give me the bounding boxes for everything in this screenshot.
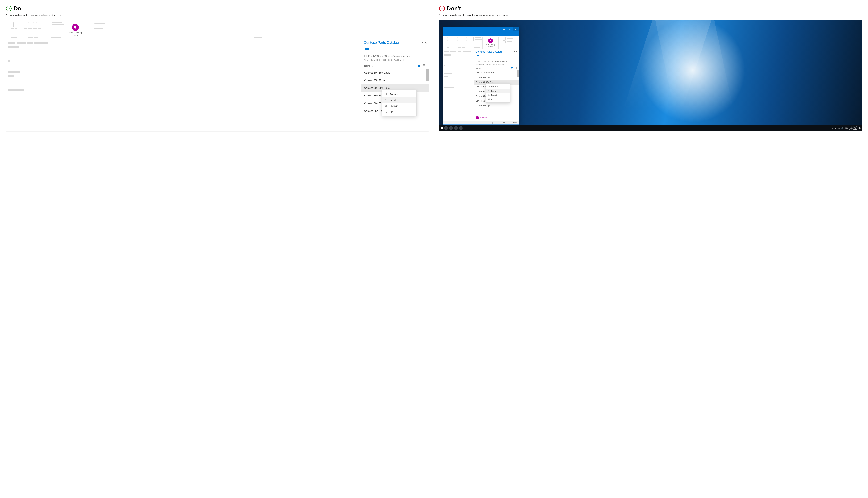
lightbulb-icon bbox=[488, 38, 493, 43]
taskbar-clock[interactable]: 6:30 AM 7/30/2015 bbox=[849, 126, 857, 130]
pane-dropdown-icon[interactable]: ▼ bbox=[514, 51, 515, 52]
app-window: — ▢ ✕ bbox=[442, 27, 519, 124]
sort-column-label[interactable]: Name bbox=[476, 67, 480, 69]
taskbar-app-icon[interactable] bbox=[449, 126, 453, 130]
view-mode-button[interactable] bbox=[484, 122, 487, 124]
tray-notifications-icon[interactable]: 💬 bbox=[859, 127, 861, 129]
grid-view-icon[interactable] bbox=[515, 67, 517, 69]
zoom-out-button[interactable]: − bbox=[496, 122, 497, 123]
tray-volume-icon[interactable]: 🔊 bbox=[841, 127, 843, 129]
context-insert[interactable]: Insert bbox=[382, 97, 416, 103]
context-menu: Preview Insert Format bbox=[486, 83, 510, 103]
svg-point-6 bbox=[386, 94, 387, 94]
more-icon[interactable]: ••• bbox=[513, 81, 516, 83]
results-list: Contoso 60 - 65w Equal Contoso 85w Equal… bbox=[361, 69, 429, 131]
window-titlebar: — ▢ ✕ bbox=[443, 27, 519, 31]
svg-rect-25 bbox=[442, 127, 443, 128]
window-minimize-button[interactable]: — bbox=[501, 27, 507, 31]
context-preview[interactable]: Preview bbox=[382, 91, 416, 97]
window-close-button[interactable]: ✕ bbox=[513, 27, 519, 31]
do-heading: Do bbox=[14, 5, 21, 12]
pane-user[interactable]: C Contoso bbox=[474, 115, 519, 121]
zoom-slider[interactable] bbox=[499, 122, 509, 123]
context-menu: Preview Insert Format bbox=[382, 90, 417, 116]
list-item[interactable]: Contoso 85w Equal bbox=[361, 77, 429, 84]
tray-language-icon[interactable]: ⌨ bbox=[845, 127, 847, 129]
sort-arrow-icon[interactable]: ↓ bbox=[372, 65, 373, 67]
more-icon[interactable]: ••• bbox=[420, 87, 424, 89]
lightbulb-icon bbox=[72, 24, 79, 31]
tray-chevron-icon[interactable]: ∧ bbox=[831, 127, 833, 129]
ribbon: Parts Catalog Contoso bbox=[443, 36, 519, 50]
svg-point-22 bbox=[489, 95, 489, 96]
ribbon-addin-button[interactable]: Parts Catalog Contoso bbox=[483, 37, 498, 49]
list-item[interactable]: Contoso 85w Equal bbox=[474, 103, 519, 108]
hamburger-icon[interactable] bbox=[363, 46, 370, 51]
task-pane: Contoso Parts Catalog ▼ ✕ LED - R30 - 27… bbox=[361, 39, 429, 131]
list-item[interactable]: Contoso 60 - 65w Equal bbox=[361, 69, 429, 77]
ribbon-addin-label-1: Parts Catalog bbox=[486, 44, 495, 46]
svg-rect-15 bbox=[511, 69, 512, 69]
list-item[interactable]: Contoso 85w Equal bbox=[474, 75, 519, 80]
zoom-value[interactable]: 100% bbox=[513, 122, 517, 123]
svg-rect-13 bbox=[511, 67, 513, 68]
grid-view-icon[interactable] bbox=[423, 64, 426, 67]
document-area bbox=[443, 50, 474, 121]
pane-dropdown-icon[interactable]: ▼ bbox=[422, 42, 424, 44]
svg-rect-27 bbox=[442, 128, 443, 129]
start-button[interactable] bbox=[440, 127, 443, 130]
pane-close-icon[interactable]: ✕ bbox=[425, 41, 427, 44]
svg-point-20 bbox=[488, 94, 489, 95]
scrollbar-thumb[interactable] bbox=[517, 70, 519, 77]
sort-arrow-icon[interactable]: ↓ bbox=[482, 67, 483, 69]
ribbon-addin-button[interactable]: Parts Catalog Contoso bbox=[66, 22, 85, 39]
window-maximize-button[interactable]: ▢ bbox=[507, 27, 513, 31]
context-format[interactable]: Format bbox=[486, 93, 510, 97]
filter-icon[interactable] bbox=[511, 67, 513, 69]
do-screenshot: Parts Catalog Contoso bbox=[6, 20, 429, 131]
tray-network-icon[interactable]: ▭ bbox=[838, 127, 840, 129]
do-subtitle: Show relevant interface elements only. bbox=[6, 13, 429, 17]
scrollbar-thumb[interactable] bbox=[426, 69, 429, 81]
taskbar-app-icon[interactable] bbox=[454, 126, 458, 130]
pane-title: Contoso Parts Catalog bbox=[364, 41, 399, 44]
svg-rect-14 bbox=[511, 68, 512, 68]
ribbon: Parts Catalog Contoso bbox=[6, 21, 429, 39]
cross-icon bbox=[439, 6, 445, 11]
dont-subtitle: Show unrelated UI and excessive empty sp… bbox=[439, 13, 862, 17]
pane-title: Contoso Parts Catalog bbox=[476, 50, 502, 53]
taskbar-app-icon[interactable] bbox=[444, 126, 448, 130]
context-pin[interactable]: Pin bbox=[382, 109, 416, 115]
pane-meta-title: LED - R30 - 2700K - Warm White bbox=[364, 54, 426, 58]
context-format[interactable]: Format bbox=[382, 103, 416, 109]
svg-rect-26 bbox=[441, 128, 442, 129]
do-column: Do Show relevant interface elements only… bbox=[6, 5, 429, 131]
taskbar-app-icon[interactable] bbox=[459, 126, 463, 130]
pane-meta-sub: 16 results in LED - R30 - 60-65 Watt Equ… bbox=[364, 59, 426, 61]
list-item[interactable]: Contoso 60 - 65w Equal bbox=[474, 70, 519, 75]
context-insert[interactable]: Insert bbox=[486, 89, 510, 93]
svg-point-7 bbox=[385, 105, 386, 106]
ribbon-tabs[interactable] bbox=[443, 31, 519, 36]
sort-column-label[interactable]: Name bbox=[364, 65, 370, 67]
ribbon-addin-label-2: Contoso bbox=[72, 34, 79, 37]
task-pane: Contoso Parts Catalog ▼ ✕ LED - R30 - 27… bbox=[474, 50, 519, 121]
pane-close-icon[interactable]: ✕ bbox=[516, 51, 517, 53]
view-mode-button[interactable] bbox=[488, 122, 491, 124]
view-mode-button[interactable] bbox=[492, 122, 495, 124]
context-pin[interactable]: Pin bbox=[486, 97, 510, 101]
filter-icon[interactable] bbox=[418, 65, 421, 67]
ribbon-addin-label-1: Parts Catalog bbox=[69, 31, 82, 34]
svg-rect-24 bbox=[441, 127, 442, 128]
pane-meta-sub: 16 results in LED - R30 - 60-65 Watt Equ… bbox=[476, 64, 517, 65]
svg-rect-2 bbox=[418, 66, 419, 67]
dont-screenshot: — ▢ ✕ bbox=[439, 20, 862, 131]
svg-rect-1 bbox=[418, 65, 420, 66]
context-preview[interactable]: Preview bbox=[486, 85, 510, 89]
hamburger-icon[interactable] bbox=[476, 54, 481, 58]
user-name: Contoso bbox=[480, 117, 488, 119]
tray-onedrive-icon[interactable]: ☁ bbox=[834, 127, 836, 129]
results-list: Contoso 60 - 65w Equal Contoso 85w Equal… bbox=[474, 70, 519, 115]
zoom-in-button[interactable]: + bbox=[511, 122, 511, 123]
checkmark-icon bbox=[6, 6, 12, 11]
